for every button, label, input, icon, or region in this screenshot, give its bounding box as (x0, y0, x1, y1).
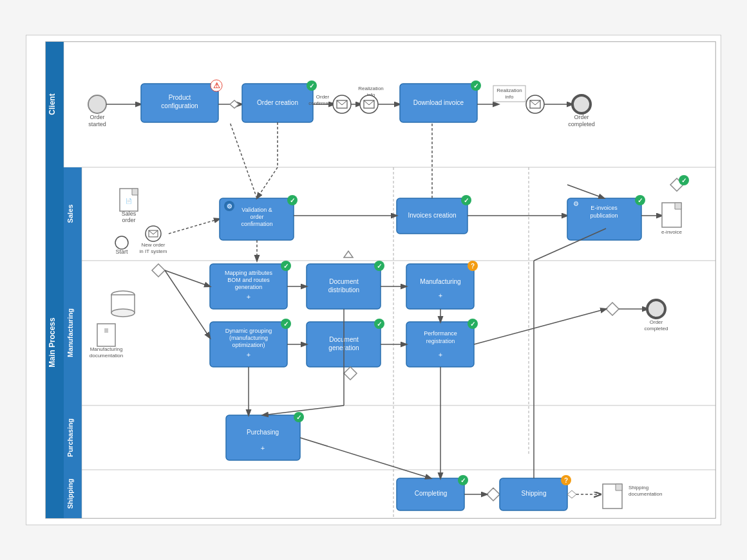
mfg-order-completed-event (647, 300, 665, 318)
client-lane-label: Client (48, 93, 57, 115)
svg-marker-135 (616, 484, 622, 490)
order-confirmation-label: Order (316, 94, 330, 100)
svg-point-26 (360, 95, 378, 113)
svg-text:publication: publication (590, 212, 618, 219)
svg-text:Realization: Realization (496, 88, 522, 93)
svg-text:info: info (506, 94, 514, 100)
manufacturing-task[interactable] (406, 264, 474, 309)
order-started-label: Order (90, 114, 104, 120)
svg-text:configuration: configuration (161, 102, 198, 109)
svg-text:+: + (261, 444, 265, 452)
svg-text:Performance: Performance (424, 330, 457, 337)
svg-point-37 (526, 95, 544, 113)
svg-text:Validation &: Validation & (241, 207, 272, 213)
svg-text:distribution: distribution (328, 286, 359, 294)
svg-text:✓: ✓ (290, 197, 295, 204)
svg-marker-43 (132, 189, 138, 195)
purchasing-lane-label: Purchasing (66, 418, 74, 457)
svg-text:in IT system: in IT system (140, 248, 167, 254)
svg-text:Purchasing: Purchasing (247, 429, 279, 436)
svg-text:✓: ✓ (473, 82, 478, 89)
order-started-label2: started (88, 121, 106, 127)
realization-info-label: Realization (358, 86, 384, 91)
svg-text:New order: New order (142, 242, 165, 248)
svg-text:+: + (439, 292, 442, 299)
svg-text:Document: Document (329, 278, 359, 285)
svg-text:order: order (250, 214, 263, 220)
svg-text:✓: ✓ (296, 414, 301, 421)
main-process-label: Main Process (48, 317, 57, 368)
svg-text:+: + (439, 351, 442, 359)
svg-text:Mapping attributes: Mapping attributes (225, 270, 273, 276)
svg-text:Manufacturing: Manufacturing (420, 278, 460, 285)
svg-text:✓: ✓ (460, 477, 466, 484)
svg-text:Order: Order (574, 114, 589, 120)
purchasing-task[interactable] (226, 415, 300, 460)
svg-text:BOM and routes: BOM and routes (227, 277, 270, 283)
svg-text:✓: ✓ (681, 177, 686, 184)
svg-rect-9 (82, 406, 715, 470)
svg-text:✓: ✓ (309, 82, 314, 89)
svg-text:completed: completed (645, 326, 668, 331)
warning-badge: ⚠ (213, 81, 220, 90)
svg-point-47 (115, 236, 128, 249)
svg-text:✓: ✓ (470, 321, 475, 328)
svg-text:(manufacturing: (manufacturing (229, 335, 268, 341)
order-completed-event (572, 95, 591, 113)
svg-text:Order: Order (650, 319, 663, 325)
svg-point-22 (333, 95, 351, 113)
svg-marker-73 (675, 203, 681, 209)
svg-text:documentation: documentation (90, 353, 123, 359)
svg-text:Sales: Sales (122, 210, 137, 217)
diagram-wrapper: Client Main Process Sales Manufacturing … (26, 35, 721, 525)
svg-text:documentation: documentation (629, 491, 662, 497)
svg-text:Shipping: Shipping (629, 485, 648, 490)
svg-text:✓: ✓ (377, 263, 382, 270)
svg-text:+: + (247, 293, 251, 301)
svg-text:✓: ✓ (283, 263, 288, 270)
order-started-event (88, 95, 106, 113)
svg-text:?: ? (471, 263, 475, 270)
svg-text:✓: ✓ (638, 197, 643, 204)
sales-lane-label: Sales (66, 205, 74, 223)
order-creation-label: Order creation (257, 99, 298, 106)
svg-text:optimization): optimization) (232, 342, 265, 348)
download-invoice-label: Download invoice (413, 99, 464, 106)
svg-text:⚙: ⚙ (227, 203, 232, 210)
svg-text:registration: registration (426, 338, 455, 344)
svg-text:|||: ||| (104, 327, 108, 333)
svg-text:Start: Start (115, 248, 128, 255)
svg-text:Dynamic grouping: Dynamic grouping (225, 328, 272, 334)
svg-text:✓: ✓ (377, 321, 382, 328)
svg-text:+: + (247, 351, 251, 359)
svg-text:?: ? (564, 477, 568, 484)
svg-text:completed: completed (568, 121, 595, 127)
svg-text:Manufacturing: Manufacturing (90, 346, 123, 352)
performance-reg-task[interactable] (406, 322, 474, 367)
svg-text:order: order (122, 217, 135, 223)
product-config-label: Product (169, 94, 191, 101)
svg-text:Shipping: Shipping (522, 490, 547, 497)
svg-point-84 (111, 309, 135, 317)
svg-text:✓: ✓ (464, 197, 469, 204)
bpmn-diagram: Client Main Process Sales Manufacturing … (26, 35, 722, 525)
svg-text:⚙: ⚙ (573, 200, 579, 207)
svg-rect-7 (82, 261, 715, 406)
svg-text:confirmation: confirmation (308, 100, 337, 106)
shipping-lane-label: Shipping (66, 478, 74, 509)
svg-text:Completing: Completing (415, 490, 448, 497)
svg-text:E-invoices: E-invoices (591, 205, 618, 211)
svg-text:Invoices creation: Invoices creation (408, 212, 456, 219)
svg-text:confirmation: confirmation (241, 221, 272, 227)
manufacturing-lane-label: Manufacturing (66, 308, 74, 357)
svg-text:generation: generation (235, 284, 263, 290)
svg-text:e-invoice: e-invoice (661, 229, 683, 235)
svg-point-49 (146, 226, 161, 241)
svg-text:📄: 📄 (126, 198, 132, 204)
svg-text:✓: ✓ (283, 321, 288, 328)
